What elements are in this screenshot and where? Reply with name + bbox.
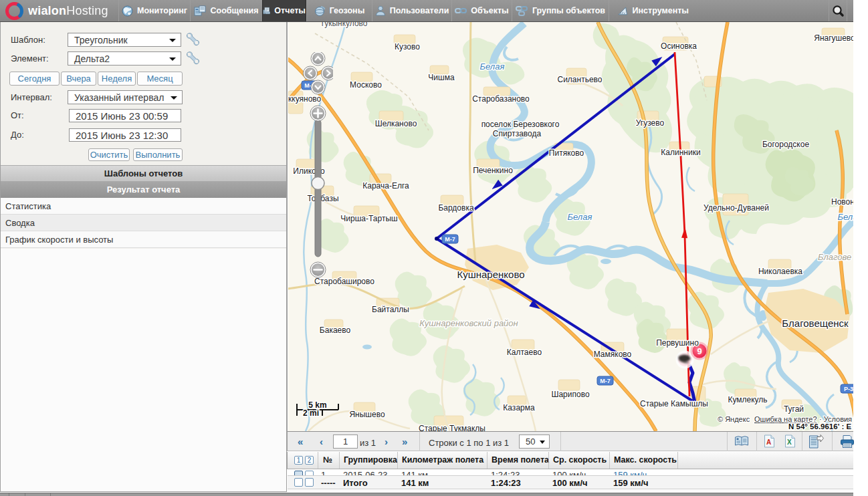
svg-text:Богородское: Богородское (762, 140, 809, 149)
svg-text:Янышево: Янышево (349, 410, 385, 419)
svg-text:Старобазаново: Старобазаново (472, 94, 530, 104)
svg-text:Карача-Елга: Карача-Елга (362, 181, 409, 191)
svg-text:Спиртзавода: Спиртзавода (493, 129, 542, 138)
svg-text:Тугай: Тугай (784, 404, 804, 414)
svg-text:Первушино: Первушино (656, 338, 699, 348)
svg-text:Старые Тукмаклы: Старые Тукмаклы (419, 424, 485, 431)
svg-text:Бардовка: Бардовка (438, 203, 474, 213)
svg-text:A: A (766, 439, 771, 446)
svg-text:Казарма: Казарма (503, 403, 535, 412)
svg-text:Удельно-Дуваней: Удельно-Дуваней (703, 203, 769, 213)
svg-text:Р-3: Р-3 (844, 386, 853, 392)
svg-text:Бакаево: Бакаево (320, 326, 351, 335)
svg-text:Осиновка: Осиновка (661, 41, 697, 51)
svg-text:Белая: Белая (838, 212, 853, 222)
svg-text:© Яндекс: © Яндекс (718, 415, 750, 423)
svg-text:Тукынкулово: Тукынкулово (320, 22, 367, 28)
svg-text:Москово: Москово (350, 80, 382, 90)
svg-text:Благовещенск: Благовещенск (782, 318, 849, 329)
svg-text:Силантьево: Силантьево (557, 75, 602, 84)
svg-text:Питяково: Питяково (549, 148, 584, 158)
svg-text:Кузово: Кузово (395, 42, 420, 51)
svg-text:9: 9 (697, 346, 701, 356)
svg-text:Байталлы: Байталлы (372, 305, 409, 314)
svg-text:Чирша-Тартыш: Чирша-Тартыш (340, 214, 397, 223)
svg-text:Старые Камышлы: Старые Камышлы (640, 399, 708, 408)
svg-text:Белая: Белая (480, 61, 505, 72)
svg-text:Николаевка: Николаевка (758, 267, 802, 276)
svg-text:Калинники: Калинники (661, 148, 700, 157)
svg-text:Белая: Белая (568, 212, 592, 222)
svg-text:X: X (787, 439, 792, 446)
svg-text:Янагушево: Янагушево (814, 33, 853, 43)
svg-text:Новона: Новона (831, 197, 853, 207)
svg-text:Шарипово: Шарипово (551, 390, 589, 399)
svg-text:2 mi: 2 mi (303, 408, 319, 418)
svg-text:Угузево: Угузево (636, 118, 665, 128)
svg-text:Кушнаренково: Кушнаренково (457, 269, 524, 280)
svg-text:поселок Березовкого: поселок Березовкого (481, 120, 560, 129)
svg-text:Чишма: Чишма (428, 73, 455, 82)
svg-text:Калтаево: Калтаево (507, 348, 542, 357)
svg-text:N 54° 56.9616' : E 55° 5: N 54° 56.9616' : E 55° 5 (788, 422, 853, 430)
svg-text:Кумлекуль: Кумлекуль (728, 395, 767, 404)
svg-text:Печенкино: Печенкино (473, 166, 513, 175)
svg-text:Кушнаренковский район: Кушнаренковский район (419, 318, 518, 328)
svg-text:Благове: Благове (818, 252, 851, 262)
svg-text:Мамяково: Мамяково (594, 350, 632, 359)
svg-text:М-7: М-7 (600, 378, 611, 384)
svg-text:М-7: М-7 (445, 236, 455, 243)
svg-text:Шелканово: Шелканово (375, 119, 417, 128)
